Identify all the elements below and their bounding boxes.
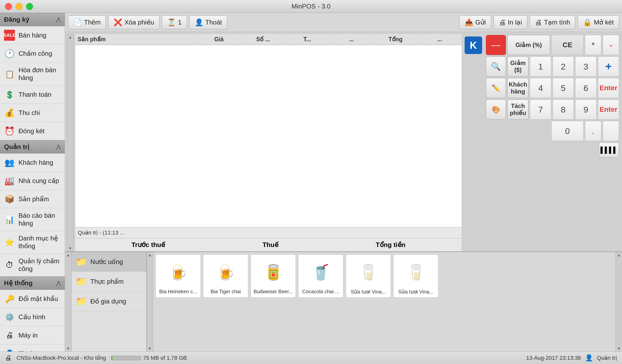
xoaphieu-button[interactable]: ❌ Xóa phiếu xyxy=(108,16,159,29)
statusbar-printer-icon: 🖨 xyxy=(5,354,12,362)
ce-btn[interactable]: CE xyxy=(551,35,583,55)
giam-pct-btn[interactable]: Giảm (%) xyxy=(507,35,550,55)
sidebar-item-thanhtoan[interactable]: 💲 Thanh toán xyxy=(0,86,65,104)
tamtinh-button[interactable]: 🖨 Tạm tính xyxy=(530,16,575,29)
scroll-down-arrow[interactable]: ▼ xyxy=(68,245,73,251)
sidebar-item-mayin[interactable]: 🖨 Máy in xyxy=(0,326,65,344)
search-action-btn[interactable]: 🔍 xyxy=(486,56,506,76)
num-8-btn[interactable]: 8 xyxy=(553,100,574,120)
numpad-row1: — Giảm (%) CE * - xyxy=(486,35,619,55)
section-title-dangky: Đăng ký xyxy=(4,16,29,24)
cat-scroll-up[interactable]: ▲ xyxy=(65,252,71,258)
cat-scrollbar-right[interactable]: ▲ ▼ xyxy=(147,252,153,352)
danhmuc-icon: ⭐ xyxy=(4,237,15,248)
moket-button[interactable]: 🔒 Mở két xyxy=(578,16,619,29)
k-button[interactable]: K xyxy=(465,36,482,54)
section-header-hethong[interactable]: Hệ thống ⋀ xyxy=(0,276,65,290)
func-spacer xyxy=(507,121,550,141)
num-7-btn[interactable]: 7 xyxy=(530,100,551,120)
counter-button[interactable]: ⏳ 1 xyxy=(162,16,187,29)
inlai-button[interactable]: 🖨 In lại xyxy=(494,16,527,29)
star-btn[interactable]: * xyxy=(585,35,601,55)
them-label: Thêm xyxy=(84,18,101,26)
product-card-suatuoi1[interactable]: 🥛 Sữa tươi Vina... xyxy=(346,254,391,298)
gui-button[interactable]: 📤 Gửi xyxy=(459,16,491,29)
product-card-tiger[interactable]: 🍺 Bia Tiger chai xyxy=(203,254,248,298)
them-button[interactable]: 📄 Thêm xyxy=(68,16,106,29)
num-6-btn[interactable]: 6 xyxy=(575,78,596,98)
sidebar-item-dongket[interactable]: ⏰ Đóng két xyxy=(0,122,65,140)
sidebar-item-nhacungcap[interactable]: 🏭 Nhà cung cấp xyxy=(0,172,65,190)
product-card-suatuoi2[interactable]: 🥛 Sữa tươi Vina... xyxy=(393,254,438,298)
product-card-budweiser[interactable]: 🥫 Budweiser Beer... xyxy=(251,254,296,298)
collapse-dangky-icon[interactable]: ⋀ xyxy=(56,16,61,23)
minus-btn[interactable]: - xyxy=(603,35,619,55)
num-9-btn[interactable]: 9 xyxy=(575,100,596,120)
sidebar-item-chamcong[interactable]: 🕐 Chấm công xyxy=(0,44,65,63)
collapse-hethong-icon[interactable]: ⋀ xyxy=(56,280,61,286)
sidebar-label-danhmuc: Danh mục hệ thống xyxy=(19,234,61,250)
sidebar-item-baocao[interactable]: 📊 Báo cáo bán hàng xyxy=(0,208,65,231)
enter-btn2[interactable]: Enter xyxy=(598,100,619,120)
minimize-window-btn[interactable] xyxy=(16,3,23,10)
product-scroll-down[interactable]: ▼ xyxy=(616,346,622,352)
sidebar-item-banhang[interactable]: SALE Bán hàng xyxy=(0,26,65,44)
numpad-row4: 🎨 Tách phiếu 7 8 9 Enter xyxy=(486,100,619,120)
giam-dollar-btn[interactable]: Giảm ($) xyxy=(507,56,528,76)
gui-icon: 📤 xyxy=(465,18,473,26)
section-header-dangky[interactable]: Đăng ký ⋀ xyxy=(0,13,65,26)
sidebar-item-khachhang[interactable]: 👥 Khách hàng xyxy=(0,154,65,172)
cat-scroll-down[interactable]: ▼ xyxy=(65,346,71,352)
dot-btn[interactable]: . xyxy=(585,121,601,141)
product-img-budweiser: 🥫 xyxy=(258,257,288,287)
thoat-toolbar-button[interactable]: 👤 Thoát xyxy=(189,16,227,29)
sidebar-item-hoadon[interactable]: 📋 Hóa đơn bán hàng xyxy=(0,63,65,86)
plus-btn[interactable]: + xyxy=(598,56,619,76)
close-window-btn[interactable] xyxy=(5,3,12,10)
sidebar-label-quanlychamcong: Quản lý chấm công xyxy=(19,257,61,273)
col-t: T... xyxy=(285,34,329,45)
color-action-btn[interactable]: 🎨 xyxy=(486,100,506,120)
num-5-btn[interactable]: 5 xyxy=(553,78,574,98)
order-table-body[interactable] xyxy=(75,45,462,227)
section-header-quantri[interactable]: Quản trị ⋀ xyxy=(0,140,65,154)
sidebar-item-quanlychamcong[interactable]: ⏱ Quản lý chấm công xyxy=(0,254,65,276)
product-card-heineken[interactable]: 🍺 Bia Heineken c... xyxy=(156,254,201,298)
product-card-cocacola[interactable]: 🥤 Cocacola chai ... xyxy=(298,254,343,298)
sidebar-item-thuchi[interactable]: 💰 Thu chi xyxy=(0,104,65,122)
maximize-window-btn[interactable] xyxy=(26,3,33,10)
tax-label: Thuế xyxy=(262,241,278,249)
sidebar-label-thuchi: Thu chi xyxy=(19,109,40,117)
sidebar-item-sanpham[interactable]: 📦 Sản phẩm xyxy=(0,190,65,208)
category-item-thucpham[interactable]: 📁 Thực phẩm xyxy=(72,272,146,292)
minus-action-btn[interactable]: — xyxy=(486,35,506,55)
sidebar-item-cauhinh[interactable]: ⚙️ Cấu hình xyxy=(0,308,65,326)
num-0-btn[interactable]: 0 xyxy=(551,121,583,141)
category-item-dogiadung[interactable]: 📁 Đồ gia dụng xyxy=(72,292,146,311)
product-scrollbar[interactable]: ▲ ▼ xyxy=(615,252,622,352)
num-2-btn[interactable]: 2 xyxy=(553,56,574,76)
tachphieu-btn[interactable]: Tách phiếu xyxy=(507,100,528,120)
cat-scroll-right-down[interactable]: ▼ xyxy=(147,346,153,352)
khachhang-btn[interactable]: Khách hàng xyxy=(507,78,528,98)
empty-btn[interactable] xyxy=(603,121,619,141)
edit-action-btn[interactable]: ✏️ xyxy=(486,78,506,98)
cat-scrollbar[interactable]: ▲ ▼ xyxy=(65,252,72,352)
category-item-nuocuong[interactable]: 📁 Nước uống xyxy=(72,252,146,272)
sidebar-item-thoat[interactable]: 👤 Thoát xyxy=(0,344,65,352)
barcode-btn[interactable]: ▌▌▌▌ xyxy=(599,142,619,158)
num-1-btn[interactable]: 1 xyxy=(530,56,551,76)
col-gia: Giá xyxy=(197,34,241,45)
left-scrollbar[interactable]: ▲ ▼ xyxy=(67,34,74,252)
sidebar-item-doimatkhau[interactable]: 🔑 Đổi mật khẩu xyxy=(0,290,65,308)
num-3-btn[interactable]: 3 xyxy=(575,56,596,76)
collapse-quantri-icon[interactable]: ⋀ xyxy=(56,144,61,150)
num-4-btn[interactable]: 4 xyxy=(530,78,551,98)
cat-scroll-right-up[interactable]: ▲ xyxy=(147,252,153,258)
product-img-tiger: 🍺 xyxy=(211,257,241,287)
product-scroll-up[interactable]: ▲ xyxy=(616,252,622,258)
enter-btn[interactable]: Enter xyxy=(598,78,619,98)
scroll-up-arrow[interactable]: ▲ xyxy=(68,34,73,40)
gui-label: Gửi xyxy=(475,18,486,26)
sidebar-item-danhmuc[interactable]: ⭐ Danh mục hệ thống xyxy=(0,231,65,254)
